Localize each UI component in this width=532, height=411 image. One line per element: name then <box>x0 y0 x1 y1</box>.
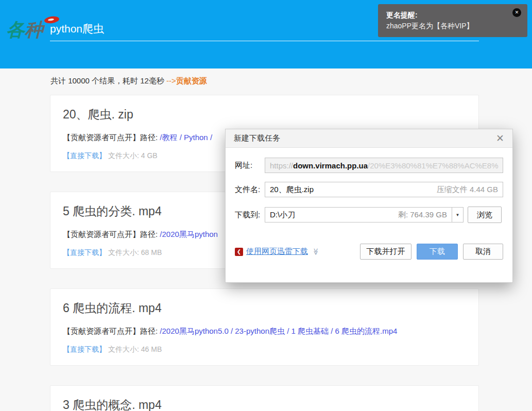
result-title[interactable]: 3 爬虫的概念. mp4 <box>63 397 466 411</box>
filename-value: 20、爬虫.zip <box>270 185 314 195</box>
logo-char-1: 各 <box>6 19 25 40</box>
path-label: 【贡献资源者可点开】路径: <box>63 133 160 142</box>
file-size: 文件大小: 68 MB <box>108 248 162 256</box>
filename-size-meta: 压缩文件 4.44 GB <box>437 185 498 195</box>
direct-download-link[interactable]: 【直接下载】 <box>63 151 106 160</box>
free-space-label: 剩: 764.39 GB <box>398 210 447 220</box>
toast-message: zhaoPP更名为【各种VIP】 <box>386 20 519 31</box>
filename-row: 文件名: 20、爬虫.zip压缩文件 4.44 GB <box>235 182 503 197</box>
browse-button[interactable]: 浏览 <box>468 207 502 223</box>
result-card: 3 爬虫的概念. mp4 <box>50 385 479 411</box>
file-size: 文件大小: 4 GB <box>108 151 158 160</box>
url-input[interactable]: https://down.virmach.pp.ua/20%E3%80%81%E… <box>265 158 503 173</box>
save-path-value: D:\小刀 <box>270 210 295 220</box>
save-path-input[interactable]: D:\小刀剩: 764.39 GB▼ <box>265 207 464 222</box>
url-scheme: https:// <box>270 161 293 170</box>
download-and-open-button[interactable]: 下载并打开 <box>360 244 411 260</box>
dialog-body: 网址: https://down.virmach.pp.ua/20%E3%80%… <box>226 158 512 260</box>
file-size: 文件大小: 46 MB <box>108 345 162 353</box>
result-path-line: 【贡献资源者可点开】路径: /2020黑马python5.0 / 23-pyth… <box>63 326 466 336</box>
url-row: 网址: https://down.virmach.pp.ua/20%E3%80%… <box>235 158 503 173</box>
thunder-download-link[interactable]: 使用网页迅雷下载 <box>246 247 308 256</box>
dialog-titlebar: 新建下载任务 ✕ <box>226 129 512 148</box>
direct-download-link[interactable]: 【直接下载】 <box>63 248 106 256</box>
result-title[interactable]: 6 爬虫的流程. mp4 <box>63 300 466 316</box>
filename-label: 文件名: <box>235 185 265 195</box>
path-label: 【贡献资源者可点开】路径: <box>63 230 160 238</box>
results-arrow: --> <box>166 76 176 85</box>
toast-title: 更名提醒: <box>386 10 519 20</box>
results-summary: 共计 10000 个结果，耗时 12毫秒 -->贡献资源 <box>50 76 532 86</box>
filename-input[interactable]: 20、爬虫.zip压缩文件 4.44 GB <box>265 182 503 197</box>
url-host: down.virmach.pp.ua <box>293 161 368 170</box>
path-links[interactable]: /教程 / Python / <box>160 133 212 142</box>
close-icon[interactable]: ✕ <box>496 133 504 143</box>
result-title[interactable]: 20、爬虫. zip <box>63 107 466 122</box>
save-location-row: 下载到: D:\小刀剩: 764.39 GB▼ 浏览 <box>235 207 503 223</box>
contribute-resources-link[interactable]: 贡献资源 <box>176 76 207 85</box>
dialog-footer-row: ❮ 使用网页迅雷下载 ≫ 下载并打开 下载 取消 <box>235 244 503 260</box>
double-chevron-icon[interactable]: ≫ <box>312 248 320 255</box>
path-links[interactable]: /2020黑马python5.0 / 23-python爬虫 / 1 爬虫基础 … <box>160 327 397 335</box>
cancel-button[interactable]: 取消 <box>463 244 503 260</box>
rename-notice-toast: 更名提醒: zhaoPP更名为【各种VIP】 ✕ <box>378 4 527 37</box>
new-download-task-dialog: 新建下载任务 ✕ 网址: https://down.virmach.pp.ua/… <box>225 129 513 283</box>
url-label: 网址: <box>235 161 265 170</box>
close-icon[interactable]: ✕ <box>512 8 521 17</box>
dialog-title: 新建下载任务 <box>234 133 280 143</box>
download-button[interactable]: 下载 <box>417 244 458 260</box>
result-card: 6 爬虫的流程. mp4 【贡献资源者可点开】路径: /2020黑马python… <box>50 288 479 366</box>
url-path: /20%E3%80%81%E7%88%AC%E8% <box>368 161 498 170</box>
logo-char-2: 种 <box>25 19 43 40</box>
path-label: 【贡献资源者可点开】路径: <box>63 327 160 335</box>
chevron-down-icon[interactable]: ▼ <box>452 213 463 217</box>
saveto-label: 下载到: <box>235 210 265 220</box>
path-links[interactable]: /2020黑马python <box>160 230 218 238</box>
results-summary-text: 共计 10000 个结果，耗时 12毫秒 <box>50 76 166 85</box>
direct-download-link[interactable]: 【直接下载】 <box>63 345 106 353</box>
result-size-line: 【直接下载】文件大小: 46 MB <box>63 345 466 354</box>
thunder-icon: ❮ <box>235 248 243 256</box>
